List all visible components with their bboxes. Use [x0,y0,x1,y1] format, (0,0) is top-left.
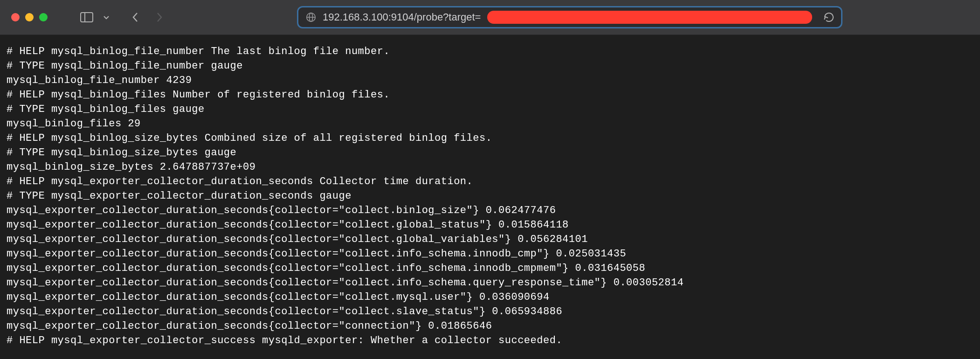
url-text: 192.168.3.100:9104/probe?target= [323,11,481,23]
forward-button[interactable] [154,12,165,23]
svg-rect-0 [81,13,93,22]
metrics-output: # HELP mysql_binlog_file_number The last… [0,35,980,348]
chevron-right-icon [156,12,163,23]
close-window-button[interactable] [11,13,20,21]
back-button[interactable] [130,12,141,23]
browser-toolbar: 192.168.3.100:9104/probe?target= [0,0,980,35]
address-bar[interactable]: 192.168.3.100:9104/probe?target= [297,6,842,28]
tab-group-dropdown[interactable] [100,10,113,24]
chevron-down-icon [103,14,110,21]
window-controls [11,13,48,21]
minimize-window-button[interactable] [25,13,34,21]
globe-icon [306,12,316,22]
reload-icon[interactable] [823,12,835,23]
sidebar-toggle-button[interactable] [77,10,96,24]
nav-arrows [130,12,165,23]
sidebar-icon [80,12,93,22]
url-redacted-portion [487,11,812,24]
chevron-left-icon [131,12,139,23]
maximize-window-button[interactable] [39,13,48,21]
